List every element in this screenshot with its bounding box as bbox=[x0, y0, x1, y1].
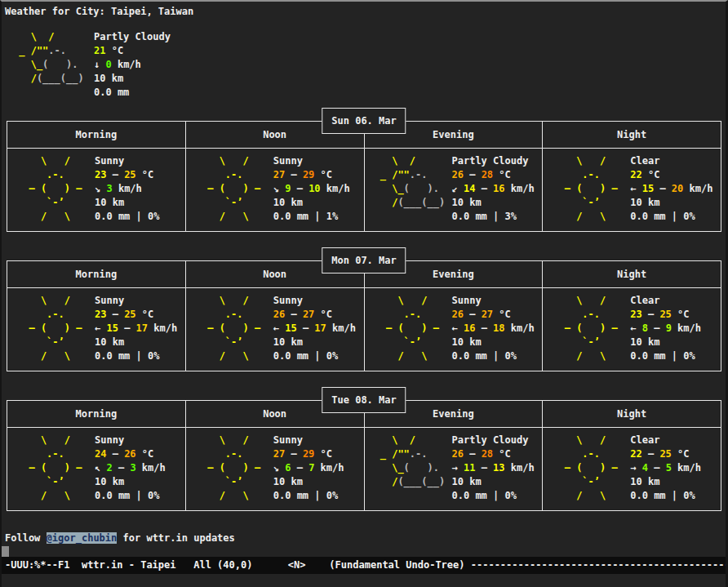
condition-label: Partly Cloudy bbox=[452, 434, 535, 447]
column-header-night: Night bbox=[543, 122, 721, 148]
precipitation-value: 0.0 mm | 0% bbox=[452, 489, 535, 503]
wind-speed: 0 bbox=[105, 59, 111, 70]
temperature-value: 26 – 28 °C bbox=[452, 168, 535, 182]
modeline-text: -UUU:%*--F1 wttr.in - Taipei All (40,0) … bbox=[5, 559, 726, 571]
temperature-value: 23 – 25 °C bbox=[630, 308, 701, 322]
sun-art: \ / .-. – ( ) – `-’ / \ bbox=[553, 294, 617, 363]
temp-max: 25 bbox=[659, 448, 671, 460]
temp-sep: – bbox=[642, 448, 660, 460]
condition-label: Partly Cloudy bbox=[452, 154, 535, 168]
wind-sep: – bbox=[648, 322, 666, 334]
precipitation-value: 0.0 mm | 0% bbox=[630, 489, 701, 503]
wind-value: ← 15 – 20 km/h bbox=[630, 182, 712, 196]
temp-unit: °C bbox=[493, 169, 511, 180]
cloud-art: .-. ( ). (___(__) bbox=[375, 154, 446, 210]
wind-sep: – bbox=[297, 322, 315, 334]
wind-arrow-icon: → bbox=[630, 462, 641, 474]
emacs-modeline[interactable]: -UUU:%*--F1 wttr.in - Taipei All (40,0) … bbox=[2, 557, 726, 574]
temp-min: 23 bbox=[95, 309, 106, 320]
temp-unit: °C bbox=[136, 169, 154, 180]
sun-art: \ / .-. – ( ) – `-’ / \ bbox=[553, 434, 617, 503]
visibility-value: 10 km bbox=[95, 196, 159, 210]
temp-value: 21 bbox=[94, 45, 105, 56]
temp-sep: – bbox=[464, 169, 482, 180]
forecast-table-day1: Sun 06. Mar Morning Noon Evening Night \… bbox=[7, 121, 721, 232]
temperature-value: 27 – 29 °C bbox=[273, 447, 344, 461]
temp-sep: – bbox=[464, 448, 482, 460]
wind-max: 3 bbox=[130, 462, 135, 474]
precipitation-value: 0.0 mm | 0% bbox=[95, 489, 166, 503]
forecast-cell: \ / .-. – ( ) – `-’ / \ Sunny 26 – 27 °C… bbox=[365, 288, 544, 371]
wind-value: ↘ 3 km/h bbox=[95, 182, 159, 196]
temp-max: 25 bbox=[659, 309, 671, 320]
follow-text: Follow bbox=[5, 532, 47, 544]
temp-min: 23 bbox=[95, 169, 106, 180]
sun-art: \ / .-. – ( ) – `-’ / \ bbox=[196, 294, 260, 363]
sun-art: \ / .-. – ( ) – `-’ / \ bbox=[375, 294, 439, 363]
wind-arrow-icon: ↘ bbox=[273, 183, 285, 194]
temp-unit: °C bbox=[136, 448, 154, 460]
temperature-value: 26 – 27 °C bbox=[452, 308, 535, 322]
forecast-cell: \ / .-. – ( ) – `-’ / \ Sunny 26 – 27 °C… bbox=[186, 288, 365, 371]
wind-max: 18 bbox=[493, 322, 504, 334]
temp-max: 29 bbox=[303, 169, 314, 180]
forecast-cell: \ / .-. – ( ) – `-’ / \ Clear 23 – 25 °C… bbox=[543, 288, 721, 371]
temp-min: 27 bbox=[273, 169, 285, 180]
precipitation-value: 0.0 mm | 0% bbox=[273, 489, 344, 503]
wind-value: ↘ 6 – 7 km/h bbox=[273, 461, 344, 475]
wind-min: 3 bbox=[106, 183, 112, 194]
temp-max: 28 bbox=[482, 448, 493, 460]
temperature-value: 24 – 26 °C bbox=[95, 447, 166, 461]
temp-unit: °C bbox=[672, 309, 690, 320]
wind-unit: km/h bbox=[683, 183, 712, 194]
wind-value: → 4 – 5 km/h bbox=[630, 461, 701, 475]
temp-max: 25 bbox=[124, 169, 135, 180]
condition-label: Sunny bbox=[273, 294, 356, 308]
forecast-table-day3: Tue 08. Mar Morning Noon Evening Night \… bbox=[7, 400, 721, 511]
cloud-art: .-. ( ). (___(__) bbox=[375, 434, 446, 489]
wind-sep: – bbox=[654, 183, 672, 194]
wind-min: 14 bbox=[464, 183, 475, 194]
temp-sep: – bbox=[106, 448, 124, 460]
wind-min: 11 bbox=[464, 462, 475, 474]
wind-unit: km/h bbox=[672, 322, 701, 334]
precipitation-value: 0.0 mm | 0% bbox=[273, 349, 356, 363]
sun-art: \ / .-. – ( ) – `-’ / \ bbox=[553, 154, 617, 224]
temp-unit: °C bbox=[105, 45, 123, 56]
forecast-cell: \ / .-. – ( ) – `-’ / \ Sunny 27 – 29 °C… bbox=[186, 149, 365, 231]
forecast-table-day2: Mon 07. Mar Morning Noon Evening Night \… bbox=[7, 260, 721, 371]
temp-min: 22 bbox=[630, 169, 641, 180]
temp-min: 27 bbox=[273, 448, 285, 460]
wind-max: 16 bbox=[493, 183, 504, 194]
condition-label: Partly Cloudy bbox=[94, 30, 171, 44]
precipitation-value: 0.0 mm | 0% bbox=[95, 210, 159, 224]
sun-art: \ / .-. – ( ) – `-’ / \ bbox=[17, 294, 82, 363]
precipitation-value: 0.0 mm | 0% bbox=[452, 349, 535, 363]
temp-max: 27 bbox=[303, 309, 314, 320]
wind-value: ↖ 2 – 3 km/h bbox=[95, 461, 166, 475]
wind-unit: km/h bbox=[505, 322, 535, 334]
condition-label: Sunny bbox=[273, 434, 344, 447]
temp-sep: – bbox=[285, 309, 303, 320]
forecast-cell: \ / .-. – ( ) – `-’ / \ Clear 22 – 25 °C… bbox=[543, 428, 721, 510]
precipitation-value: 0.0 mm | 3% bbox=[452, 210, 535, 224]
wind-sep: – bbox=[475, 462, 493, 474]
wind-min: 4 bbox=[642, 462, 648, 474]
temp-max: 28 bbox=[482, 169, 493, 180]
cloud-art: .-. ( ). (___(__) bbox=[13, 30, 84, 86]
wind-arrow-icon: ↓ bbox=[94, 59, 105, 70]
page-title: Weather for City: Taipei, Taiwan bbox=[2, 2, 726, 19]
wind-value: ← 15 – 17 km/h bbox=[95, 322, 177, 336]
visibility-value: 10 km bbox=[452, 475, 535, 489]
twitter-handle-link[interactable]: @igor_chubin bbox=[47, 532, 118, 544]
wind-unit: km/h bbox=[314, 462, 344, 474]
wind-value: ← 8 – 9 km/h bbox=[630, 322, 701, 336]
temp-unit: °C bbox=[642, 169, 660, 180]
wind-sep: – bbox=[291, 462, 309, 474]
wind-max: 17 bbox=[314, 322, 326, 334]
sun-art: \ / .-. – ( ) – `-’ / \ bbox=[17, 154, 82, 224]
temp-sep: – bbox=[106, 169, 124, 180]
wind-unit: km/h bbox=[672, 462, 701, 474]
column-header-morning: Morning bbox=[7, 401, 186, 427]
wind-unit: km/h bbox=[505, 183, 535, 194]
